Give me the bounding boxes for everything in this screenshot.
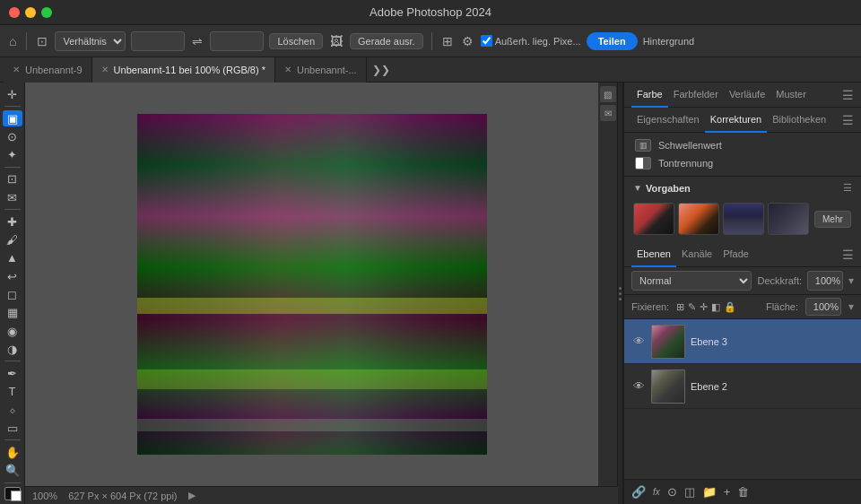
preset-dark[interactable] bbox=[768, 203, 809, 235]
mehr-button[interactable]: Mehr bbox=[814, 211, 851, 228]
layer-item-2[interactable]: 👁 Ebene 2 bbox=[624, 364, 861, 409]
vorgaben-menu-icon[interactable]: ☰ bbox=[843, 182, 852, 194]
grid-icon[interactable]: ⊞ bbox=[440, 32, 455, 50]
correction-tontrennung[interactable]: Tontrennung bbox=[624, 154, 861, 172]
tool-blur[interactable]: ◉ bbox=[3, 323, 22, 339]
minimize-button[interactable] bbox=[25, 7, 36, 18]
tab-bibliotheken[interactable]: Bibliotheken bbox=[767, 108, 831, 133]
tool-stamp[interactable]: ▲ bbox=[3, 250, 22, 266]
collapse-dot2 bbox=[619, 292, 622, 295]
tab-muster[interactable]: Muster bbox=[770, 83, 812, 108]
ratio-select[interactable]: Verhältnis bbox=[55, 31, 126, 51]
layer-adj-icon[interactable]: ◫ bbox=[684, 485, 695, 499]
tool-history-brush[interactable]: ↩ bbox=[3, 268, 22, 284]
layer-fx-icon[interactable]: fx bbox=[653, 487, 660, 497]
tool-brush[interactable]: 🖌 bbox=[3, 231, 22, 248]
crop-icon[interactable]: ⊡ bbox=[35, 32, 49, 50]
layer-delete-icon[interactable]: 🗑 bbox=[737, 485, 749, 499]
canvas-container[interactable] bbox=[25, 83, 598, 486]
gear-icon[interactable]: ⚙ bbox=[460, 32, 475, 50]
fix-icon-pos[interactable]: ⊞ bbox=[676, 301, 684, 313]
tab-pfade[interactable]: Pfade bbox=[718, 242, 754, 267]
tool-move[interactable]: ✛ bbox=[3, 86, 22, 102]
tab-unbenannt11[interactable]: ✕ Unbenannt-11 bei 100% (RGB/8) * bbox=[92, 57, 275, 83]
straighten-icon[interactable]: 🖼 bbox=[328, 32, 344, 50]
tab-farbfelder[interactable]: Farbfelder bbox=[668, 83, 724, 108]
straighten-button[interactable]: Gerade ausr. bbox=[350, 33, 423, 49]
tab-korrekturen[interactable]: Korrekturen bbox=[705, 108, 767, 133]
layers-menu-icon[interactable]: ☰ bbox=[842, 248, 854, 262]
properties-panel-menu[interactable]: ☰ bbox=[842, 113, 854, 127]
fix-icon-move[interactable]: ✛ bbox=[700, 301, 708, 313]
tab-label-1: Unbenannt-9 bbox=[25, 65, 83, 75]
delete-button[interactable]: Löschen bbox=[269, 33, 323, 49]
tool-heal[interactable]: ✚ bbox=[3, 213, 22, 230]
flaeche-chevron[interactable]: ▾ bbox=[848, 300, 854, 313]
tool-shape[interactable]: ▭ bbox=[3, 420, 22, 436]
preset-warm[interactable] bbox=[633, 203, 674, 235]
tool-hand[interactable]: ✋ bbox=[3, 444, 22, 460]
fix-icon-lock[interactable]: 🔒 bbox=[724, 301, 736, 313]
correction-schwellenwert[interactable]: ▥ Schwellenwert bbox=[624, 136, 861, 154]
tool-sep4 bbox=[4, 361, 21, 361]
tab-eigenschaften[interactable]: Eigenschaften bbox=[631, 108, 705, 133]
tab-close-1[interactable]: ✕ bbox=[13, 65, 20, 74]
right-panel: Farbe Farbfelder Verläufe Muster ☰ Eigen… bbox=[623, 83, 861, 504]
tool-crop[interactable]: ⊡ bbox=[3, 171, 22, 187]
preset-lake[interactable] bbox=[723, 203, 764, 235]
blend-mode-select[interactable]: Normal bbox=[631, 271, 752, 291]
tool-lasso[interactable]: ⊙ bbox=[3, 128, 22, 144]
opacity-label: Deckkraft: bbox=[757, 275, 802, 286]
outside-pixels-checkbox[interactable] bbox=[481, 35, 492, 47]
tab-kanaele[interactable]: Kanäle bbox=[676, 242, 718, 267]
tool-sep5 bbox=[4, 439, 21, 440]
layer-3-visibility[interactable]: 👁 bbox=[631, 335, 646, 348]
tab-unbenannt9[interactable]: ✕ Unbenannt-9 bbox=[4, 57, 92, 83]
home-icon[interactable]: ⌂ bbox=[7, 32, 18, 50]
layer-link-icon[interactable]: 🔗 bbox=[631, 485, 646, 499]
tool-path-select[interactable]: ⬦ bbox=[3, 402, 22, 418]
color-panel-menu[interactable]: ☰ bbox=[842, 88, 854, 102]
tab-close-2[interactable]: ✕ bbox=[101, 65, 109, 74]
close-button[interactable] bbox=[9, 7, 20, 18]
layer-item-3[interactable]: 👁 Ebene 3 bbox=[624, 319, 861, 364]
tab-ebenen[interactable]: Ebenen bbox=[631, 242, 676, 267]
nav-arrow[interactable]: ▶ bbox=[188, 490, 196, 501]
preset-sunset[interactable] bbox=[678, 203, 719, 235]
layer-group-icon[interactable]: 📁 bbox=[702, 485, 717, 499]
panel-toggle-2[interactable]: ✉ bbox=[600, 105, 616, 121]
opacity-chevron[interactable]: ▾ bbox=[848, 274, 854, 287]
tool-eyedropper[interactable]: ✉ bbox=[3, 189, 22, 205]
maximize-button[interactable] bbox=[41, 7, 52, 18]
layer-new-icon[interactable]: + bbox=[724, 485, 731, 499]
tool-gradient[interactable]: ▦ bbox=[3, 305, 22, 321]
foreground-color[interactable] bbox=[4, 487, 21, 500]
tab-label-2: Unbenannt-11 bei 100% (RGB/8) * bbox=[114, 65, 265, 75]
tool-marquee[interactable]: ▣ bbox=[3, 110, 22, 126]
tab-unbenannt-dot[interactable]: ✕ Unbenannt-... bbox=[275, 57, 367, 83]
layer-mask-icon[interactable]: ⊙ bbox=[667, 485, 677, 499]
canvas-statusbar: 100% 627 Px × 604 Px (72 ppi) ▶ bbox=[25, 486, 618, 504]
opacity-input[interactable] bbox=[807, 271, 843, 291]
tool-text[interactable]: T bbox=[3, 384, 22, 400]
swap-icon[interactable]: ⇌ bbox=[190, 32, 204, 50]
layer-2-visibility[interactable]: 👁 bbox=[631, 379, 646, 393]
properties-tabs: Eigenschaften Korrekturen Bibliotheken ☰ bbox=[624, 108, 861, 133]
tabs-more-button[interactable]: ❯❯ bbox=[367, 64, 396, 76]
fix-icon-art[interactable]: ◧ bbox=[711, 301, 720, 313]
fix-icon-paint[interactable]: ✎ bbox=[688, 301, 696, 313]
tool-eraser[interactable]: ◻ bbox=[3, 286, 22, 302]
tab-close-3[interactable]: ✕ bbox=[284, 65, 291, 74]
panel-toggle-1[interactable]: ▧ bbox=[600, 86, 616, 102]
tool-pen[interactable]: ✒ bbox=[3, 365, 22, 381]
tab-verlaeufe[interactable]: Verläufe bbox=[724, 83, 770, 108]
flaeche-input[interactable] bbox=[805, 298, 841, 316]
vorgaben-section-header[interactable]: ▼ Vorgaben ☰ bbox=[624, 177, 861, 199]
tool-zoom[interactable]: 🔍 bbox=[3, 462, 22, 478]
height-input[interactable] bbox=[210, 31, 264, 51]
tool-dodge[interactable]: ◑ bbox=[3, 341, 22, 357]
tab-farbe[interactable]: Farbe bbox=[631, 83, 668, 108]
width-input[interactable] bbox=[131, 31, 185, 51]
share-button[interactable]: Teilen bbox=[587, 32, 638, 50]
tool-magic-wand[interactable]: ✦ bbox=[3, 147, 22, 163]
